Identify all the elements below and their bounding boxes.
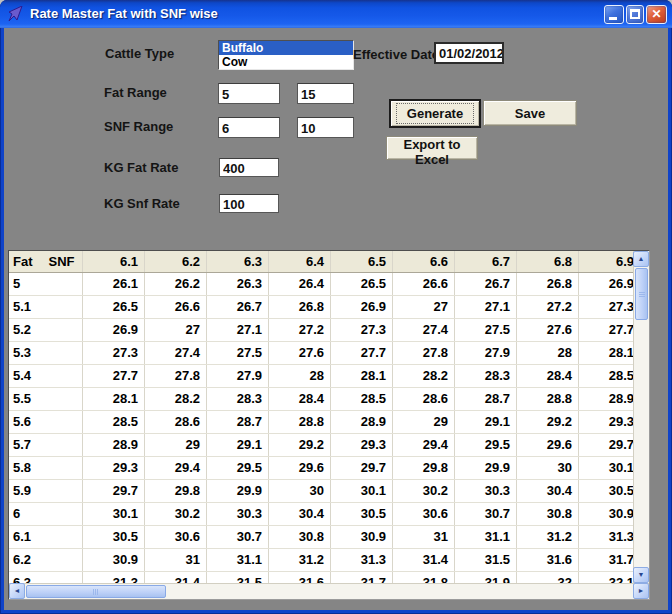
grid-cell[interactable]: 31.1: [207, 549, 269, 571]
grid-fat-cell[interactable]: 5.2: [9, 319, 83, 341]
grid-cell[interactable]: 28.1: [331, 365, 393, 387]
grid-cell[interactable]: 28.3: [207, 388, 269, 410]
grid-cell[interactable]: 27.6: [517, 319, 579, 341]
grid-cell[interactable]: 28.8: [517, 388, 579, 410]
grid-cell[interactable]: 28: [517, 342, 579, 364]
snf-range-from-field[interactable]: [218, 117, 280, 138]
grid-cell[interactable]: 30.6: [145, 526, 207, 548]
grid-cell[interactable]: 27.8: [145, 365, 207, 387]
grid-cell[interactable]: 30.8: [269, 526, 331, 548]
grid-cell[interactable]: 27.7: [579, 319, 633, 341]
grid-cell[interactable]: 28.1: [579, 342, 633, 364]
grid-cell[interactable]: 26.6: [145, 296, 207, 318]
minimize-button[interactable]: [604, 5, 624, 24]
scroll-down-button[interactable]: ▼: [633, 567, 649, 583]
grid-cell[interactable]: 29.6: [269, 457, 331, 479]
effective-date-field[interactable]: [434, 42, 504, 64]
grid-cell[interactable]: 28.9: [331, 411, 393, 433]
grid-cell[interactable]: 27.5: [207, 342, 269, 364]
grid-cell[interactable]: 27.8: [393, 342, 455, 364]
grid-cell[interactable]: 30.7: [207, 526, 269, 548]
grid-cell[interactable]: 27.1: [207, 319, 269, 341]
grid-fat-cell[interactable]: 5.6: [9, 411, 83, 433]
grid-cell[interactable]: 31.5: [455, 549, 517, 571]
grid-cell[interactable]: 26.5: [83, 296, 145, 318]
grid-cell[interactable]: 28.7: [207, 411, 269, 433]
grid-cell[interactable]: 27.9: [455, 342, 517, 364]
grid-cell[interactable]: 30.9: [331, 526, 393, 548]
grid-cell[interactable]: 26.5: [331, 273, 393, 295]
grid-cell[interactable]: 26.9: [83, 319, 145, 341]
grid-cell[interactable]: 27.7: [331, 342, 393, 364]
grid-cell[interactable]: 27.2: [517, 296, 579, 318]
grid-cell[interactable]: 30.9: [579, 503, 633, 525]
grid-cell[interactable]: 30.9: [83, 549, 145, 571]
title-bar[interactable]: Rate Master Fat with SNF wise ✕: [0, 0, 672, 28]
grid-cell[interactable]: 26.4: [269, 273, 331, 295]
grid-cell[interactable]: 26.8: [269, 296, 331, 318]
grid-fat-cell[interactable]: 5.3: [9, 342, 83, 364]
grid-cell[interactable]: 29.8: [145, 480, 207, 502]
grid-cell[interactable]: 30.3: [207, 503, 269, 525]
listbox-item-cow[interactable]: Cow: [219, 55, 353, 69]
close-button[interactable]: ✕: [646, 5, 667, 24]
grid-cell[interactable]: 29.2: [517, 411, 579, 433]
grid-cell[interactable]: 29.5: [455, 434, 517, 456]
grid-cell[interactable]: 27.7: [83, 365, 145, 387]
grid-cell[interactable]: 27.3: [83, 342, 145, 364]
grid-fat-cell[interactable]: 5.5: [9, 388, 83, 410]
grid-cell[interactable]: 30.2: [393, 480, 455, 502]
grid-cell[interactable]: 30: [517, 457, 579, 479]
grid-cell[interactable]: 31: [145, 549, 207, 571]
grid-cell[interactable]: 26.7: [455, 273, 517, 295]
grid-cell[interactable]: 29.5: [207, 457, 269, 479]
grid-cell[interactable]: 29.6: [517, 434, 579, 456]
grid-cell[interactable]: 28.7: [455, 388, 517, 410]
grid-cell[interactable]: 30.8: [517, 503, 579, 525]
grid-cell[interactable]: 29: [145, 434, 207, 456]
grid-cell[interactable]: 29.7: [331, 457, 393, 479]
grid-cell[interactable]: 32: [517, 572, 579, 583]
grid-cell[interactable]: 28.9: [83, 434, 145, 456]
grid-cell[interactable]: 28: [269, 365, 331, 387]
grid-cell[interactable]: 28.9: [579, 388, 633, 410]
grid-cell[interactable]: 26.9: [579, 273, 633, 295]
snf-range-to-field[interactable]: [297, 117, 354, 138]
grid-cell[interactable]: 30.1: [331, 480, 393, 502]
grid-cell[interactable]: 27.4: [393, 319, 455, 341]
grid-cell[interactable]: 31.3: [331, 549, 393, 571]
grid-cell[interactable]: 28.5: [331, 388, 393, 410]
grid-cell[interactable]: 29.9: [207, 480, 269, 502]
grid-cell[interactable]: 31.7: [579, 549, 633, 571]
grid-cell[interactable]: 28.1: [83, 388, 145, 410]
grid-cell[interactable]: 28.2: [393, 365, 455, 387]
export-to-excel-button[interactable]: Export to Excel: [386, 136, 478, 160]
fat-range-to-field[interactable]: [297, 83, 354, 104]
grid-cell[interactable]: 28.5: [579, 365, 633, 387]
grid-cell[interactable]: 28.8: [269, 411, 331, 433]
kg-snf-rate-field[interactable]: [219, 194, 279, 213]
grid-cell[interactable]: 29.7: [83, 480, 145, 502]
grid-cell[interactable]: 31.7: [331, 572, 393, 583]
grid-fat-cell[interactable]: 6: [9, 503, 83, 525]
grid-cell[interactable]: 31.4: [393, 549, 455, 571]
grid-cell[interactable]: 29.3: [579, 411, 633, 433]
horizontal-scrollbar[interactable]: ◄ ►: [9, 583, 649, 599]
grid-cell[interactable]: 26.2: [145, 273, 207, 295]
scroll-left-button[interactable]: ◄: [9, 583, 25, 599]
grid-cell[interactable]: 31.1: [455, 526, 517, 548]
grid-cell[interactable]: 31.5: [207, 572, 269, 583]
grid-cell[interactable]: 29.9: [455, 457, 517, 479]
grid-cell[interactable]: 27.1: [455, 296, 517, 318]
grid-cell[interactable]: 26.7: [207, 296, 269, 318]
grid-cell[interactable]: 31.6: [269, 572, 331, 583]
grid-cell[interactable]: 27.4: [145, 342, 207, 364]
grid-cell[interactable]: 28.2: [145, 388, 207, 410]
grid-cell[interactable]: 26.3: [207, 273, 269, 295]
grid-cell[interactable]: 29.1: [207, 434, 269, 456]
grid-cell[interactable]: 29.8: [393, 457, 455, 479]
grid-cell[interactable]: 29.1: [455, 411, 517, 433]
grid-fat-cell[interactable]: 6.2: [9, 549, 83, 571]
scroll-right-button[interactable]: ►: [633, 583, 649, 599]
grid-cell[interactable]: 31.9: [455, 572, 517, 583]
